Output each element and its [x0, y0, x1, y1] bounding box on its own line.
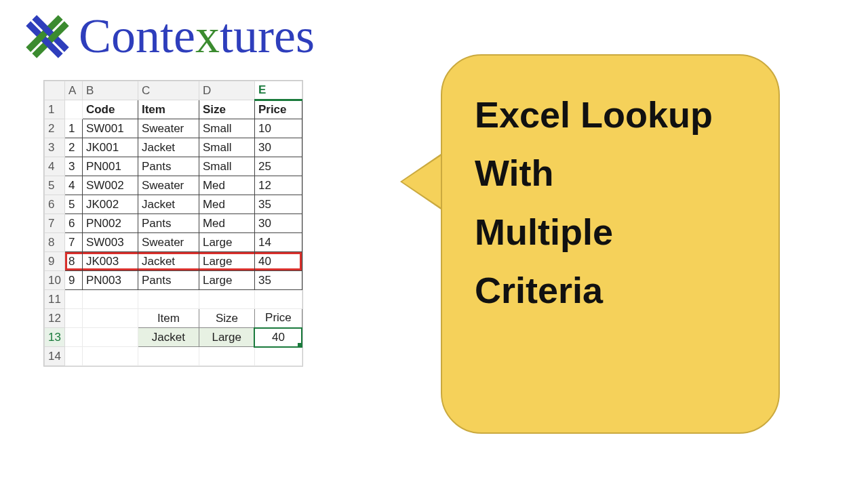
lookup-size[interactable]: Large: [199, 328, 254, 347]
table-row: 10 9 PN003 Pants Large 35: [45, 271, 302, 290]
col-header-A[interactable]: A: [64, 81, 82, 100]
lookup-price-result[interactable]: 40: [254, 328, 302, 347]
row-header[interactable]: 1: [45, 100, 65, 119]
header-cell[interactable]: Item: [138, 100, 199, 119]
lookup-value-row: 13 Jacket Large 40: [45, 328, 302, 347]
table-row: 3 2 JK001 Jacket Small 30: [45, 138, 302, 157]
table-row: 14: [45, 347, 302, 366]
brand-name: Contextures: [79, 8, 315, 64]
table-row: 8 7 SW003 Sweater Large 14: [45, 233, 302, 252]
highlighted-row: 9 8 JK003 Jacket Large 40: [45, 252, 302, 271]
col-header-B[interactable]: B: [82, 81, 138, 100]
callout-bubble: Excel Lookup With Multiple Criteria: [441, 54, 780, 434]
col-header-D[interactable]: D: [199, 81, 254, 100]
callout-tail: [402, 155, 443, 209]
lookup-header[interactable]: Size: [199, 309, 254, 328]
weave-icon: [20, 9, 75, 64]
column-header-row: A B C D E: [45, 81, 302, 100]
lookup-header[interactable]: Item: [138, 309, 199, 328]
select-all-corner[interactable]: [45, 81, 65, 100]
table-row: 7 6 PN002 Pants Med 30: [45, 214, 302, 233]
table-row: 6 5 JK002 Jacket Med 35: [45, 195, 302, 214]
header-cell[interactable]: Size: [199, 100, 254, 119]
lookup-item[interactable]: Jacket: [138, 328, 199, 347]
spreadsheet[interactable]: A B C D E 1 Code Item Size Price 2 1 SW0…: [43, 80, 303, 367]
callout-text: Excel Lookup With Multiple Criteria: [475, 85, 746, 320]
header-cell[interactable]: Code: [82, 100, 138, 119]
table-row: 11: [45, 290, 302, 309]
col-header-E[interactable]: E: [254, 81, 302, 100]
table-row: 1 Code Item Size Price: [45, 100, 302, 119]
lookup-header-row: 12 Item Size Price: [45, 309, 302, 328]
table-row: 5 4 SW002 Sweater Med 12: [45, 176, 302, 195]
header-cell[interactable]: Price: [254, 100, 302, 119]
brand-logo: Contextures: [20, 8, 315, 64]
lookup-header[interactable]: Price: [254, 309, 302, 328]
table-row: 2 1 SW001 Sweater Small 10: [45, 119, 302, 138]
table-row: 4 3 PN001 Pants Small 25: [45, 157, 302, 176]
col-header-C[interactable]: C: [138, 81, 199, 100]
